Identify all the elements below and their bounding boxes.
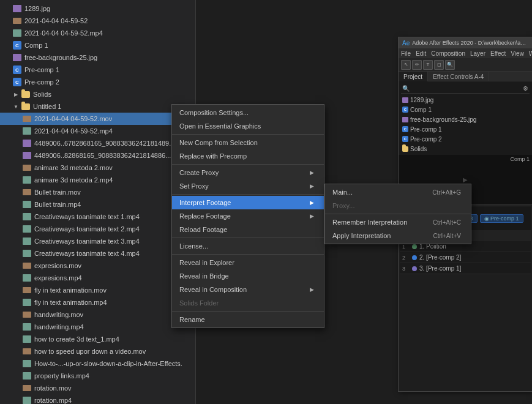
list-item[interactable]: animare 3d metoda 2.mov [0, 162, 195, 174]
submenu-arrow-icon: ▶ [310, 200, 314, 206]
list-item[interactable]: Bullet train.mov [0, 186, 195, 198]
submenu-arrow-icon: ▶ [310, 213, 314, 219]
list-item[interactable]: expresions.mp4 [0, 272, 195, 284]
list-item[interactable]: 1289.jpg [0, 2, 195, 15]
ae-project-item[interactable]: C Comp 1 [401, 105, 530, 114]
layer-row[interactable]: 3 3. [Pre-comp 1] [400, 263, 531, 274]
list-item[interactable]: rotation.mov [0, 382, 195, 394]
menu-view[interactable]: View [511, 50, 524, 57]
list-item[interactable]: animare 3d metoda 2.mp4 [0, 174, 195, 186]
mp4-icon [22, 224, 32, 234]
mov-icon [22, 383, 32, 393]
list-item[interactable]: 4489006..6782868165_90883836242181489... [0, 137, 195, 149]
ae-menubar: File Edit Composition Layer Effect View … [399, 48, 532, 58]
menu-file[interactable]: File [401, 50, 411, 57]
separator [172, 164, 324, 165]
comp-preview-label: Comp 1 [510, 156, 530, 162]
reveal-in-bridge-menuitem[interactable]: Reveal in Bridge [172, 269, 324, 283]
list-item[interactable]: ▼ Untitled 1 [0, 100, 195, 113]
menu-effect[interactable]: Effect [490, 50, 506, 57]
image-icon [12, 53, 22, 62]
list-item[interactable]: 2021-04-04 04-59-52.mp4 [0, 125, 195, 137]
expand-arrow: ▼ [12, 103, 20, 110]
image-icon [22, 151, 32, 160]
mp4-icon [22, 200, 32, 209]
remember-interpretation-menuitem[interactable]: Remember Interpretation Ctrl+Alt+C [325, 215, 471, 229]
list-item[interactable]: C Pre-comp 1 [0, 64, 195, 76]
mp4-icon [12, 28, 22, 38]
menu-edit[interactable]: Edit [416, 50, 426, 57]
menu-composition[interactable]: Composition [431, 50, 465, 57]
list-item[interactable]: Bullet train.mp4 [0, 198, 195, 211]
list-item[interactable]: how to create 3d text_1.mp4 [0, 333, 195, 345]
proxy-interpretation-menuitem[interactable]: Proxy... [325, 199, 471, 212]
ae-panel-tabs: Project Effect Controls A-4 [399, 72, 532, 81]
tool-text[interactable]: T [423, 60, 433, 70]
interpret-footage-menuitem[interactable]: Interpret Footage ▶ [172, 196, 324, 209]
list-item[interactable]: 4489006..82868165_908838362421814886... [0, 149, 195, 162]
reveal-in-explorer-menuitem[interactable]: Reveal in Explorer [172, 256, 324, 269]
separator [172, 134, 324, 135]
comp-icon: C [12, 65, 22, 75]
replace-footage-menuitem[interactable]: Replace Footage ▶ [172, 209, 324, 223]
new-comp-from-selection-menuitem[interactable]: New Comp from Selection [172, 136, 324, 149]
list-item[interactable]: how to speed upor down a video.mov [0, 345, 195, 357]
list-item[interactable]: free-backgrounds-25.jpg [0, 51, 195, 64]
expand-arrow: ▶ [12, 91, 20, 98]
mp4-icon [22, 359, 32, 368]
tab-effect-controls[interactable]: Effect Controls A-4 [428, 72, 489, 81]
tool-pen[interactable]: ✏ [412, 60, 422, 70]
folder-icon [21, 89, 31, 99]
list-item[interactable]: How-to-...-up-or-slow-down-a-clip-in-Aft… [0, 357, 195, 370]
list-item[interactable]: Creativeways toanimate text 4.mp4 [0, 247, 195, 260]
tool-zoom[interactable]: 🔍 [445, 60, 455, 70]
list-item[interactable]: 2021-04-04 04-59-52 [0, 15, 195, 27]
tab-project[interactable]: Project [399, 72, 428, 81]
list-item[interactable]: expresions.mov [0, 260, 195, 272]
layer-row[interactable]: 2 2. [Pre-comp 2] [400, 252, 531, 263]
ae-project-item[interactable]: C Pre-comp 1 [401, 124, 530, 134]
solids-folder-menuitem[interactable]: Solids Folder [172, 296, 324, 310]
comp1-item[interactable]: C Comp 1 [0, 39, 195, 51]
create-proxy-menuitem[interactable]: Create Proxy ▶ [172, 166, 324, 179]
set-proxy-menuitem[interactable]: Set Proxy ▶ [172, 179, 324, 193]
mp4-icon [22, 334, 32, 344]
list-item[interactable]: Creativeways toanimate text 3.mp4 [0, 235, 195, 247]
composition-settings-menuitem[interactable]: Composition Settings... [172, 106, 324, 119]
replace-with-precomp-menuitem[interactable]: Replace with Precomp [172, 149, 324, 163]
list-item[interactable]: handwriting.mov [0, 309, 195, 321]
list-item[interactable]: property links.mp4 [0, 370, 195, 382]
reload-footage-menuitem[interactable]: Reload Footage [172, 223, 324, 236]
reveal-in-composition-menuitem[interactable]: Reveal in Composition ▶ [172, 283, 324, 296]
ae-project-item[interactable]: 1289.jpg [401, 95, 530, 105]
tool-arrow[interactable]: ↖ [401, 60, 411, 70]
open-essential-graphics-menuitem[interactable]: Open in Essential Graphics [172, 119, 324, 133]
list-item[interactable]: C Pre-comp 2 [0, 76, 195, 88]
precomp1-tab[interactable]: ◉ Pre-comp 1 [480, 214, 523, 223]
mp4-icon [22, 371, 32, 381]
list-item[interactable]: Creativeways toanimate text 2.mp4 [0, 223, 195, 235]
mp4-icon [22, 297, 32, 307]
menu-window[interactable]: Window [529, 50, 532, 57]
list-item[interactable]: Creativeways toanimate text 1.mp4 [0, 211, 195, 223]
separator [172, 238, 324, 238]
list-item[interactable]: handwriting.mp4 [0, 321, 195, 333]
ae-project-item[interactable]: free-backgrounds-25.jpg [401, 114, 530, 124]
mov-icon [22, 310, 32, 320]
menu-layer[interactable]: Layer [470, 50, 485, 57]
main-interpretation-menuitem[interactable]: Main... Ctrl+Alt+G [325, 185, 471, 199]
ae-project-item[interactable]: C Pre-comp 2 [401, 134, 530, 144]
list-item[interactable]: ▶ Solids [0, 88, 195, 100]
ae-window-icon: Ae [402, 40, 410, 47]
mov-icon [22, 261, 32, 271]
license-menuitem[interactable]: License... [172, 239, 324, 253]
apply-interpretation-menuitem[interactable]: Apply Interpretation Ctrl+Alt+V [325, 229, 471, 242]
list-item[interactable]: 2021-04-04 04-59-52.mp4 [0, 27, 195, 39]
rename-menuitem[interactable]: Rename [172, 313, 324, 326]
ae-project-item[interactable]: Solids [401, 144, 530, 154]
tool-shape[interactable]: ◻ [434, 60, 444, 70]
selected-item[interactable]: 2021-04-04 04-59-52.mov [0, 113, 195, 125]
list-item[interactable]: fly in text animation.mov [0, 284, 195, 296]
list-item[interactable]: rotation.mp4 [0, 394, 195, 404]
list-item[interactable]: fly in text animation.mp4 [0, 296, 195, 309]
